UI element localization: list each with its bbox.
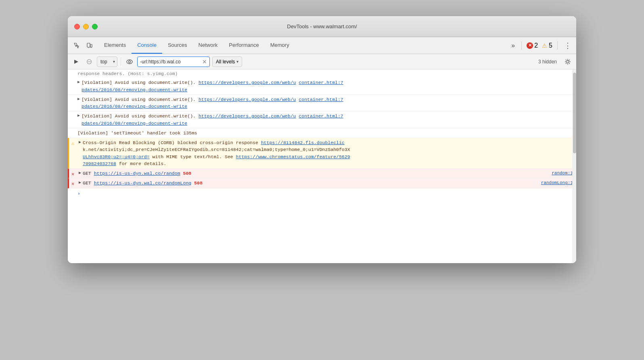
tab-console[interactable]: Console — [132, 37, 162, 54]
svg-point-2 — [88, 47, 89, 48]
source-link-1[interactable]: random:1 — [552, 171, 573, 176]
warning-triangle-icon: ⚠ — [71, 140, 74, 147]
filter-clear-button[interactable]: ✕ — [202, 59, 207, 65]
corb-feature-link[interactable]: 709824032768 — [83, 161, 116, 166]
entry-content: [Violation] 'setTimeout' handler took 13… — [77, 130, 573, 136]
log-entry-error1: ✕ ▶ GET https://is-us-dyn.wal.co/random … — [68, 169, 576, 178]
get-url-2[interactable]: https://is-us-dyn.wal.co/randomLong — [94, 180, 192, 186]
tab-elements[interactable]: Elements — [98, 37, 132, 54]
log-entry: ▶ [Violation] Avoid using document.write… — [68, 95, 576, 112]
response-header-text: response headers. (Host: s.yimg.com) — [77, 71, 178, 76]
tabs: Elements Console Sources Network Perform… — [98, 37, 510, 54]
entry-content: [Violation] Avoid using document.write()… — [82, 96, 573, 110]
tab-performance[interactable]: Performance — [223, 37, 264, 54]
device-toolbar-icon[interactable] — [84, 40, 95, 51]
log-entry: [Violation] 'setTimeout' handler took 13… — [68, 128, 576, 138]
tab-memory[interactable]: Memory — [265, 37, 295, 54]
expand-arrow-icon[interactable]: ▶ — [79, 139, 81, 145]
prompt-arrow-icon: › — [77, 190, 80, 197]
expand-arrow-icon[interactable]: ▶ — [77, 96, 80, 102]
source-link-2[interactable]: randomLong:1 — [541, 180, 573, 185]
hidden-count: 3 hidden — [538, 59, 557, 65]
svg-rect-1 — [90, 44, 92, 47]
tabbar: Elements Console Sources Network Perform… — [68, 37, 576, 54]
violation-source1[interactable]: container.html:7 — [299, 80, 343, 85]
levels-arrow-icon: ▾ — [236, 59, 238, 64]
block-network-button[interactable] — [84, 57, 94, 67]
corb-ord-link[interactable]: ULhhvc83R0;u2=;u4=0;ord= — [83, 154, 150, 159]
violation-link2[interactable]: https://developers.google.com/web/u — [199, 97, 296, 102]
get-url-1[interactable]: https://is-us-dyn.wal.co/random — [94, 171, 180, 176]
status-code-1: 508 — [183, 171, 191, 176]
status-code-2: 508 — [194, 180, 203, 186]
response-header-entry: response headers. (Host: s.yimg.com) — [68, 69, 576, 78]
console-output: response headers. (Host: s.yimg.com) ▶ [… — [68, 69, 576, 263]
tabbar-right: » ✕ 2 ⚠ 5 ⋮ — [510, 37, 573, 54]
log-entry: ▶ [Violation] Avoid using document.write… — [68, 111, 576, 128]
inspect-element-icon[interactable] — [71, 40, 82, 51]
violation-sublink1[interactable]: pdates/2016/08/removing-document-write — [82, 87, 187, 92]
tab-sources[interactable]: Sources — [162, 37, 193, 54]
svg-point-3 — [91, 47, 92, 48]
entry-content: [Violation] Avoid using document.write()… — [82, 79, 573, 93]
violation-link1[interactable]: https://developers.google.com/web/u — [199, 80, 296, 85]
corb-link1[interactable]: https://8114842.fls.doubleclic — [261, 140, 345, 145]
console-prompt[interactable]: › — [68, 188, 576, 199]
entry-content: Cross-Origin Read Blocking (CORB) blocke… — [83, 139, 573, 167]
error-circle-icon2: ✕ — [71, 180, 74, 188]
violation-source2[interactable]: container.html:7 — [299, 97, 343, 102]
filter-input[interactable] — [140, 59, 201, 65]
expand-arrow-icon[interactable]: ▶ — [79, 170, 81, 176]
run-script-button[interactable] — [71, 57, 82, 67]
kebab-menu-button[interactable]: ⋮ — [562, 40, 573, 52]
entry-content: GET https://is-us-dyn.wal.co/random 508 — [83, 170, 548, 177]
entry-source-1: random:1 — [552, 170, 573, 177]
divider — [521, 42, 522, 50]
corb-chromestatus-link[interactable]: https://www.chromestatus.com/feature/562… — [236, 154, 350, 159]
entry-content: [Violation] Avoid using document.write()… — [82, 113, 573, 127]
warning-icon: ⚠ — [541, 42, 548, 49]
window-title: DevTools - www.walmart.com/ — [287, 23, 357, 29]
more-tabs-button[interactable]: » — [510, 40, 516, 51]
violation-link3[interactable]: https://developers.google.com/web/u — [199, 113, 296, 119]
expand-arrow-icon[interactable]: ▶ — [77, 113, 80, 119]
console-toolbar: top ▾ ✕ All levels ▾ 3 hidden — [68, 54, 576, 69]
svg-marker-4 — [74, 60, 78, 64]
tab-network[interactable]: Network — [193, 37, 224, 54]
settings-button[interactable] — [562, 57, 573, 67]
titlebar: DevTools - www.walmart.com/ — [68, 16, 576, 37]
divider2 — [557, 42, 558, 50]
error-badge: ✕ 2 — [527, 42, 538, 49]
devtools-window: DevTools - www.walmart.com/ E — [68, 16, 576, 263]
maximize-button[interactable] — [92, 24, 98, 29]
tabbar-left-icons — [71, 37, 95, 54]
levels-label: All levels — [216, 59, 235, 65]
error-circle-icon: ✕ — [71, 171, 74, 178]
entry-source-2: randomLong:1 — [541, 180, 573, 186]
error-icon: ✕ — [527, 42, 533, 49]
warning-badge: ⚠ 5 — [541, 42, 552, 49]
entry-content: GET https://is-us-dyn.wal.co/randomLong … — [83, 180, 538, 186]
toolbar-separator1 — [121, 58, 121, 66]
expand-arrow-icon[interactable]: ▶ — [77, 79, 80, 85]
log-entry: ▶ [Violation] Avoid using document.write… — [68, 78, 576, 95]
svg-point-9 — [567, 61, 569, 63]
svg-rect-0 — [87, 43, 90, 47]
eye-button[interactable] — [124, 57, 135, 67]
warning-count: 5 — [549, 42, 552, 49]
close-button[interactable] — [74, 24, 80, 29]
traffic-lights — [74, 24, 98, 29]
scrollbar-track[interactable] — [572, 69, 576, 263]
context-selector[interactable]: top — [97, 57, 117, 67]
filter-input-container: ✕ — [137, 57, 210, 67]
scrollbar-thumb[interactable] — [573, 73, 576, 153]
context-selector-container: top ▾ — [97, 57, 117, 67]
violation-source3[interactable]: container.html:7 — [299, 113, 343, 119]
violation-sublink3[interactable]: pdates/2016/08/removing-document-write — [82, 121, 187, 126]
levels-dropdown[interactable]: All levels ▾ — [212, 57, 242, 67]
svg-point-7 — [127, 60, 132, 64]
expand-arrow-icon[interactable]: ▶ — [79, 180, 81, 186]
violation-sublink2[interactable]: pdates/2016/08/removing-document-write — [82, 104, 187, 109]
minimize-button[interactable] — [83, 24, 89, 29]
svg-point-8 — [129, 61, 131, 63]
